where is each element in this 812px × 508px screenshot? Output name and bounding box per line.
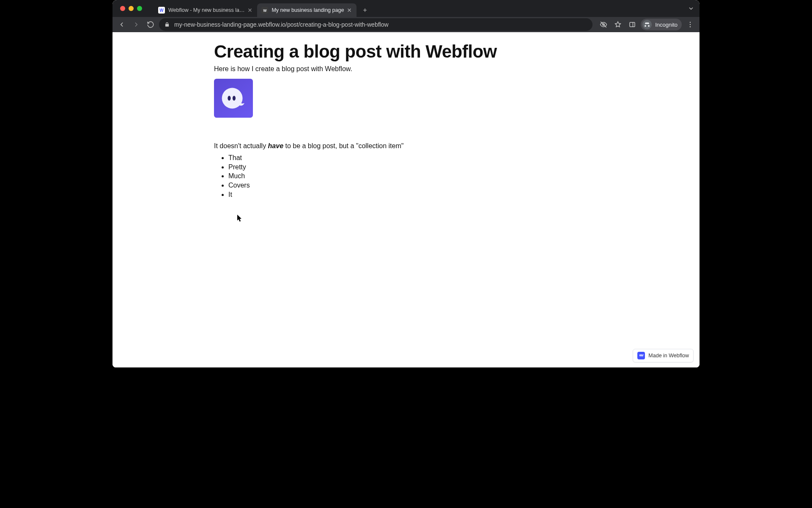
close-window-button[interactable]	[120, 6, 125, 11]
blog-post: Creating a blog post with Webflow Here i…	[112, 32, 687, 216]
tab-strip: W Webflow - My new business la… w My new…	[112, 0, 700, 17]
list-item: It	[228, 190, 679, 199]
incognito-label: Incognito	[655, 22, 678, 28]
body-text-part1: It doesn't actually	[214, 142, 268, 149]
bookmark-star-icon[interactable]	[612, 19, 624, 30]
close-tab-icon[interactable]	[247, 7, 253, 13]
browser-window: W Webflow - My new business la… w My new…	[112, 0, 700, 367]
kebab-menu-icon[interactable]	[684, 19, 696, 30]
site-favicon-icon: w	[261, 7, 268, 14]
incognito-icon	[642, 20, 652, 29]
post-lead: Here is how I create a blog post with We…	[214, 65, 679, 73]
address-bar[interactable]: my-new-business-landing-page.webflow.io/…	[159, 18, 593, 31]
back-button[interactable]	[116, 19, 128, 30]
eye-off-icon[interactable]	[598, 19, 609, 30]
list-item: That	[228, 153, 679, 163]
svg-rect-1	[630, 22, 635, 27]
forward-button[interactable]	[130, 19, 142, 30]
page-viewport: Creating a blog post with Webflow Here i…	[112, 32, 700, 367]
tab-title: Webflow - My new business la…	[168, 7, 244, 13]
post-thumbnail	[214, 79, 253, 118]
list-item: Pretty	[228, 163, 679, 172]
minimize-window-button[interactable]	[129, 6, 134, 11]
side-panel-icon[interactable]	[626, 19, 638, 30]
ghost-icon	[218, 83, 249, 113]
webflow-badge-label: Made in Webflow	[648, 353, 689, 359]
list-item: Much	[228, 171, 679, 181]
body-text-part2: to be a blog post, but a "collection ite…	[283, 142, 403, 149]
made-in-webflow-badge[interactable]: Made in Webflow	[633, 349, 694, 362]
tab-webflow-editor[interactable]: W Webflow - My new business la…	[154, 3, 257, 17]
new-tab-button[interactable]	[359, 4, 371, 16]
svg-point-5	[222, 88, 243, 109]
toolbar-right: Incognito	[598, 19, 696, 30]
webflow-logo-icon	[637, 352, 645, 359]
close-tab-icon[interactable]	[346, 7, 352, 13]
svg-point-3	[690, 24, 691, 25]
window-controls	[116, 0, 145, 17]
incognito-chip[interactable]: Incognito	[641, 19, 682, 30]
svg-point-2	[690, 22, 691, 23]
tabs-overflow-button[interactable]	[688, 5, 694, 14]
maximize-window-button[interactable]	[137, 6, 142, 11]
webflow-favicon-icon: W	[158, 7, 165, 14]
list-item: Covers	[228, 181, 679, 190]
svg-point-4	[690, 26, 691, 27]
body-emphasis: have	[268, 142, 283, 149]
post-bullet-list: That Pretty Much Covers It	[214, 153, 679, 199]
url-text: my-new-business-landing-page.webflow.io/…	[174, 21, 587, 28]
tab-published-site[interactable]: w My new business landing page	[257, 3, 357, 17]
browser-chrome: W Webflow - My new business la… w My new…	[112, 0, 700, 35]
reload-button[interactable]	[145, 19, 156, 30]
tab-title: My new business landing page	[272, 7, 344, 13]
svg-point-7	[233, 96, 236, 101]
post-body-paragraph: It doesn't actually have to be a blog po…	[214, 142, 679, 150]
lock-icon	[164, 22, 170, 28]
post-title: Creating a blog post with Webflow	[214, 41, 679, 62]
tabs: W Webflow - My new business la… w My new…	[154, 0, 371, 17]
svg-point-6	[228, 96, 230, 101]
